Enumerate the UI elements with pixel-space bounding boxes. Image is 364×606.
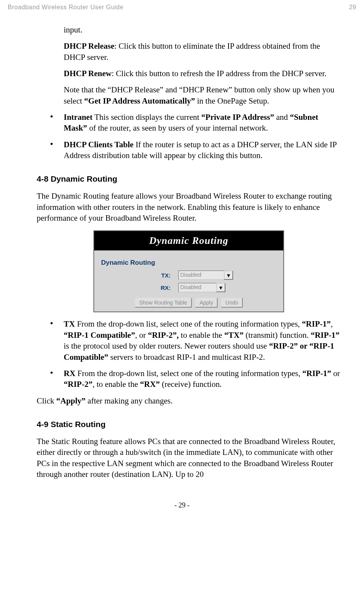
page-footer: - 29 -	[0, 498, 364, 512]
chevron-down-icon[interactable]: ▾	[224, 271, 233, 280]
dhcp-renew-text: : Click this button to refresh the IP ad…	[112, 69, 327, 78]
apply-button[interactable]: Apply	[195, 298, 218, 308]
dhcp-renew-para: DHCP Renew: Click this button to refresh…	[64, 68, 341, 79]
bullet-marker: •	[50, 112, 64, 134]
chevron-down-icon[interactable]: ▾	[216, 283, 225, 292]
dhcp-note-para: Note that the “DHCP Release” and “DHCP R…	[64, 84, 341, 106]
dhcp-clients-label: DHCP Clients Table	[64, 140, 134, 149]
intranet-bullet: Intranet This section displays the curre…	[64, 112, 341, 134]
tx-bullet: TX From the drop-down list, select one o…	[64, 318, 341, 362]
page-header: Broadband Wireless Router User Guide 29	[0, 0, 364, 13]
rx-label: RX:	[101, 284, 178, 291]
dhcp-release-label: DHCP Release	[64, 41, 114, 51]
page-number-top: 29	[349, 4, 356, 11]
trailing-text: input.	[64, 24, 341, 35]
tx-label: TX:	[101, 272, 178, 279]
figure-title: Dynamic Routing	[94, 231, 283, 250]
undo-button[interactable]: Undo	[221, 298, 243, 308]
tx-select[interactable]: Disabled	[178, 271, 225, 280]
rx-select[interactable]: Disabled	[178, 283, 217, 292]
bullet-marker: •	[50, 368, 64, 390]
dynamic-routing-figure: Dynamic Routing Dynamic Routing TX: Disa…	[93, 230, 284, 312]
dhcp-renew-label: DHCP Renew	[64, 69, 112, 78]
show-routing-table-button[interactable]: Show Routing Table	[135, 298, 192, 308]
section-4-9-intro: The Static Routing feature allows PCs th…	[37, 436, 341, 480]
section-4-8-intro: The Dynamic Routing feature allows your …	[37, 191, 341, 223]
section-4-8-heading: 4-8 Dynamic Routing	[37, 174, 341, 184]
bullet-marker: •	[50, 318, 64, 362]
dhcp-release-para: DHCP Release: Click this button to elimi…	[64, 41, 341, 63]
doc-title: Broadband Wireless Router User Guide	[8, 4, 124, 11]
figure-heading: Dynamic Routing	[101, 259, 276, 267]
section-4-9-heading: 4-9 Static Routing	[37, 420, 341, 429]
note-bold: “Get IP Address Automatically”	[84, 96, 195, 106]
note-post: in the OnePage Setup.	[195, 96, 269, 106]
apply-note: Click “Apply” after making any changes.	[37, 395, 341, 406]
rx-bullet: RX From the drop-down list, select one o…	[64, 368, 341, 390]
page-content: input. DHCP Release: Click this button t…	[0, 13, 364, 498]
intranet-label: Intranet	[64, 112, 93, 122]
bullet-marker: •	[50, 139, 64, 161]
dhcp-clients-bullet: DHCP Clients Table If the router is setu…	[64, 139, 341, 161]
